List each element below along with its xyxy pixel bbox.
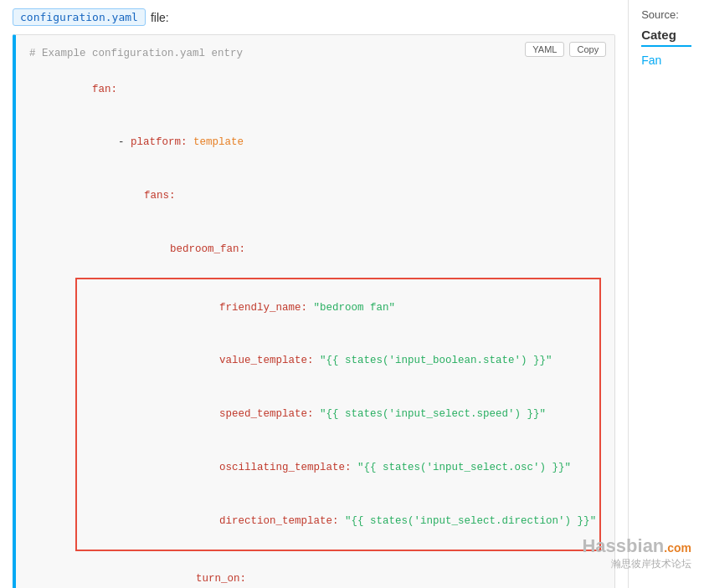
code-line-direction-template: direction_template: "{{ states('input_se… [80,494,596,548]
code-block: YAML Copy # Example configuration.yaml e… [13,34,615,588]
code-line-fan: fan: [29,63,601,116]
code-line-speed-template: speed_template: "{{ states('input_select… [80,388,596,442]
code-line-friendly-name: friendly_name: "bedroom fan" [80,281,596,335]
sidebar-source-label: Source: [641,8,691,21]
code-line-platform: - platform: template [29,116,601,170]
file-tag: configuration.yaml [13,8,146,26]
code-line-oscillating-template: oscillating_template: "{{ states('input_… [80,442,596,495]
sidebar-category-title: Categ [641,28,691,47]
sidebar: Source: Categ Fan [628,0,704,588]
file-label: file: [151,11,169,24]
code-comment-line: # Example configuration.yaml entry [29,45,601,63]
code-line-value-template: value_template: "{{ states('input_boolea… [80,335,596,388]
code-line-fans: fans: [29,170,601,223]
code-line-turn-on: turn_on: [29,553,601,588]
highlight-region: friendly_name: "bedroom fan" value_templ… [75,278,601,551]
sidebar-fan-link[interactable]: Fan [641,54,691,67]
file-header: configuration.yaml file: [13,8,615,26]
code-lines: # Example configuration.yaml entry fan: … [29,45,601,588]
watermark-subtitle: 瀚思彼岸技术论坛 [582,557,691,571]
watermark: Hassbian.com 瀚思彼岸技术论坛 [582,535,691,571]
watermark-brand: Hassbian.com [582,535,691,557]
code-line-bedroom-fan: bedroom_fan: [29,223,601,277]
